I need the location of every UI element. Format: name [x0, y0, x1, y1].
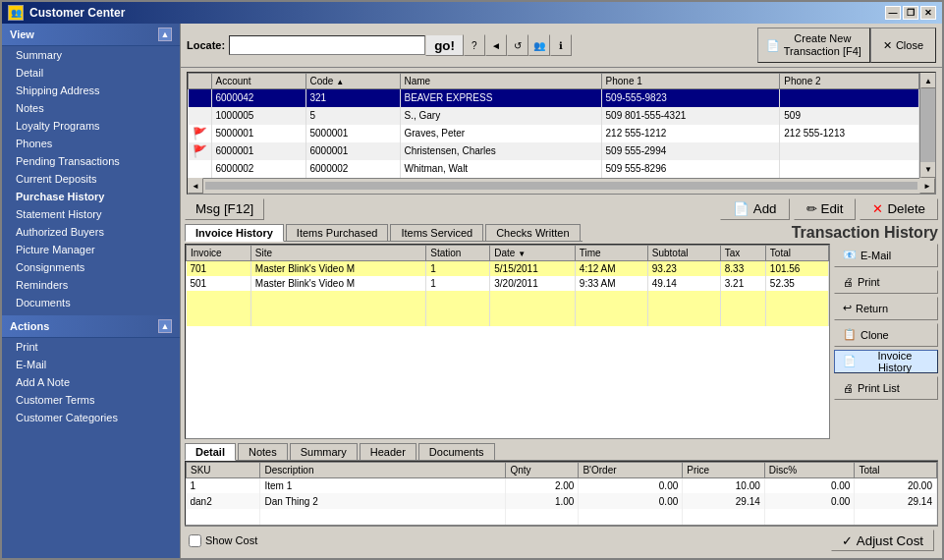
- close-window-button[interactable]: ✕: [920, 6, 936, 20]
- adjust-cost-icon: ✓: [842, 533, 853, 548]
- sidebar-item-statement[interactable]: Statement History: [2, 205, 180, 223]
- return-button[interactable]: ↩ Return: [834, 297, 938, 320]
- sidebar-item-picture[interactable]: Picture Manager: [2, 241, 180, 258]
- minimize-button[interactable]: —: [885, 6, 901, 20]
- show-cost-checkbox[interactable]: [189, 534, 201, 547]
- col-name[interactable]: Name: [400, 74, 601, 89]
- table-row[interactable]: 10000055S., Gary509 801-555-4321509: [189, 107, 919, 125]
- clone-button[interactable]: 📋 Clone: [834, 323, 938, 347]
- sidebar-item-pending[interactable]: Pending Transactions: [2, 152, 180, 170]
- delete-button[interactable]: ✕ Delete: [860, 198, 938, 220]
- tab-documents[interactable]: Documents: [418, 443, 495, 460]
- scroll-left-arrow[interactable]: ◄: [188, 178, 203, 194]
- sidebar-item-purchase[interactable]: Purchase History: [2, 188, 180, 205]
- close-label: Close: [896, 39, 923, 51]
- msg-button[interactable]: Msg [F12]: [185, 198, 264, 220]
- sidebar-item-addnote[interactable]: Add A Note: [2, 373, 180, 391]
- view-collapse-button[interactable]: ▲: [158, 28, 172, 41]
- customer-table-scrollbar[interactable]: ▲ ▼: [919, 73, 935, 178]
- invoice-history-button[interactable]: 📄 Invoice History: [834, 350, 938, 373]
- sidebar-item-phones[interactable]: Phones: [2, 135, 180, 152]
- sidebar-item-detail[interactable]: Detail: [2, 64, 180, 82]
- info-button[interactable]: ℹ: [550, 34, 572, 56]
- col-account[interactable]: Account: [211, 74, 305, 89]
- sidebar-item-loyalty[interactable]: Loyalty Programs: [2, 117, 180, 135]
- create-new-button[interactable]: 📄 Create NewTransaction [F4]: [757, 28, 870, 63]
- invoice-col-total[interactable]: Total: [765, 245, 828, 260]
- scroll-right-outer-arrow[interactable]: ►: [919, 178, 935, 194]
- detail-col-price[interactable]: Price: [683, 462, 765, 477]
- sidebar-item-authorized[interactable]: Authorized Buyers: [2, 223, 180, 241]
- print-button[interactable]: 🖨 Print: [834, 270, 938, 294]
- detail-col-description[interactable]: Description: [260, 462, 506, 477]
- table-row[interactable]: 🚩 50000015000001Graves, Peter212 555-121…: [189, 125, 919, 142]
- sidebar-item-notes[interactable]: Notes: [2, 99, 180, 117]
- tab-invoice-history[interactable]: Invoice History: [185, 224, 284, 242]
- col-code[interactable]: Code ▲: [305, 74, 400, 89]
- tab-summary[interactable]: Summary: [290, 443, 358, 460]
- invoice-col-date[interactable]: Date ▼: [490, 245, 576, 260]
- back-button[interactable]: ◄: [485, 34, 507, 56]
- detail-row[interactable]: dan2Dan Thing 21.000.0029.140.0029.14: [187, 493, 937, 509]
- sidebar: View ▲ Summary Detail Shipping Address N…: [2, 24, 181, 558]
- detail-row[interactable]: 1Item 12.000.0010.000.0020.00: [187, 477, 937, 493]
- sidebar-item-terms[interactable]: Customer Terms: [2, 391, 180, 409]
- sidebar-item-summary[interactable]: Summary: [2, 46, 180, 64]
- table-row[interactable]: 🚩 60000016000001Christensen, Charles509 …: [189, 142, 919, 160]
- scroll-up-arrow[interactable]: ▲: [920, 73, 936, 88]
- customer-table-hscrollbar[interactable]: ◄ ►: [188, 178, 935, 194]
- sidebar-item-deposits[interactable]: Current Deposits: [2, 170, 180, 188]
- add-button[interactable]: 📄 Add: [720, 198, 790, 220]
- scroll-h-track[interactable]: [205, 182, 917, 190]
- table-row[interactable]: 6000042321BEAVER EXPRESS509-555-9823: [189, 89, 919, 107]
- refresh-button[interactable]: ↺: [507, 34, 528, 56]
- help-button[interactable]: ?: [464, 34, 485, 56]
- actions-collapse-button[interactable]: ▲: [158, 319, 172, 333]
- sidebar-item-documents[interactable]: Documents: [2, 294, 180, 311]
- invoice-row[interactable]: 501Master Blink's Video M13/20/20119:33 …: [187, 276, 829, 291]
- scroll-down-arrow[interactable]: ▼: [920, 162, 936, 178]
- adjust-cost-button[interactable]: ✓ Adjust Cost: [831, 530, 934, 551]
- tab-items-serviced[interactable]: Items Serviced: [390, 224, 483, 241]
- main-window: 👥 Customer Center — ❐ ✕ View ▲ Summary D…: [0, 0, 944, 560]
- detail-col-sku[interactable]: SKU: [187, 462, 260, 477]
- sidebar-item-categories[interactable]: Customer Categories: [2, 409, 180, 426]
- invoice-col-tax[interactable]: Tax: [720, 245, 765, 260]
- locate-input[interactable]: [229, 35, 425, 55]
- detail-col-border[interactable]: B'Order: [579, 462, 683, 477]
- tab-items-purchased[interactable]: Items Purchased: [286, 224, 389, 241]
- show-cost-label: Show Cost: [205, 534, 257, 546]
- sidebar-item-reminders[interactable]: Reminders: [2, 276, 180, 294]
- sidebar-item-print[interactable]: Print: [2, 338, 180, 356]
- print-icon: 🖨: [843, 276, 854, 288]
- invoice-col-time[interactable]: Time: [575, 245, 647, 260]
- invoice-col-station[interactable]: Station: [426, 245, 490, 260]
- invoice-col-site[interactable]: Site: [250, 245, 425, 260]
- restore-button[interactable]: ❐: [903, 6, 918, 20]
- tab-header[interactable]: Header: [360, 443, 416, 460]
- invoice-tabs: Invoice History Items Purchased Items Se…: [185, 224, 583, 242]
- detail-col-total[interactable]: Total: [855, 462, 937, 477]
- invoice-col-invoice[interactable]: Invoice: [187, 245, 251, 260]
- sidebar-item-shipping[interactable]: Shipping Address: [2, 82, 180, 99]
- close-button[interactable]: ✕ Close: [870, 28, 936, 63]
- sidebar-item-consignments[interactable]: Consignments: [2, 258, 180, 276]
- table-row[interactable]: 60000026000002Whitman, Walt509 555-8296: [189, 160, 919, 178]
- col-phone1[interactable]: Phone 1: [601, 74, 780, 89]
- col-phone2[interactable]: Phone 2: [780, 74, 919, 89]
- tab-checks-written[interactable]: Checks Written: [485, 224, 580, 241]
- window-title: Customer Center: [29, 6, 125, 20]
- sidebar-item-email[interactable]: E-Mail: [2, 356, 180, 373]
- people-button[interactable]: 👥: [528, 34, 550, 56]
- detail-col-qnty[interactable]: Qnty: [506, 462, 579, 477]
- invoice-col-subtotal[interactable]: Subtotal: [647, 245, 720, 260]
- email-button[interactable]: 📧 E-Mail: [834, 244, 938, 267]
- tab-notes[interactable]: Notes: [238, 443, 288, 460]
- edit-button[interactable]: ✏ Edit: [794, 198, 857, 220]
- invoice-row[interactable]: 701Master Blink's Video M15/15/20114:12 …: [187, 260, 829, 276]
- go-button[interactable]: go!: [425, 34, 464, 56]
- detail-col-disc[interactable]: Disc%: [764, 462, 855, 477]
- print-list-button[interactable]: 🖨 Print List: [834, 376, 938, 400]
- scroll-track[interactable]: [920, 88, 935, 162]
- tab-detail[interactable]: Detail: [185, 443, 236, 461]
